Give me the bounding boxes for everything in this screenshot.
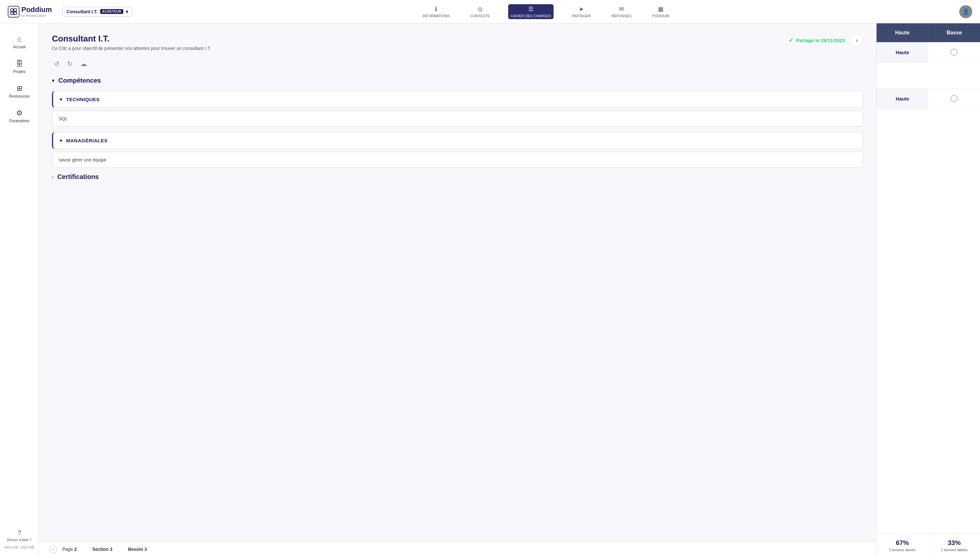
- nav-informations-label: INFORMATIONS: [423, 14, 450, 18]
- logo-icon: [8, 6, 20, 18]
- help-label: Besoin d'aide ?: [7, 538, 31, 542]
- competences-title: Compétences: [59, 77, 101, 84]
- stat-eleves-pct: 67%: [882, 539, 923, 547]
- right-col-basse: Basse: [928, 23, 980, 42]
- page-subtitle: Ce Cdc a pour objectif de présenter nos …: [52, 46, 211, 51]
- competences-chevron: ▾: [52, 78, 54, 84]
- equipe-basse-radio[interactable]: [951, 95, 958, 102]
- redo-button[interactable]: ↻: [65, 59, 75, 69]
- svg-rect-1: [14, 9, 16, 11]
- nav-informations[interactable]: ℹ INFORMATIONS: [420, 4, 453, 19]
- besoin-label: Besoin: [128, 547, 143, 552]
- sidebar-parametres-label: Paramètres: [9, 119, 29, 123]
- sidebar-accueil-label: Accueil: [13, 45, 26, 49]
- techniques-header[interactable]: ▾ TECHNIQUES: [52, 91, 863, 108]
- manageriales-chevron: ▾: [60, 137, 62, 143]
- spacer-right: [928, 63, 980, 88]
- stat-faibles: 33% 1 besoins faibles: [928, 534, 980, 557]
- sql-priority-row: Haute: [877, 42, 980, 63]
- techniques-title: TECHNIQUES: [66, 97, 99, 102]
- nav-contexte[interactable]: ◎ CONTEXTE: [468, 4, 493, 19]
- undo-button[interactable]: ↺: [52, 59, 61, 69]
- sidebar-projets-label: Projets: [13, 69, 25, 74]
- reponses-icon: ✉: [619, 5, 624, 13]
- logo-sub: by TenderCulture: [21, 14, 52, 18]
- top-nav: Poddium by TenderCulture Consultant I.T.…: [0, 0, 980, 23]
- svg-rect-3: [14, 12, 16, 15]
- contexte-icon: ◎: [478, 5, 483, 13]
- manageriales-spacer-row: [877, 63, 980, 88]
- stat-faibles-desc: 1 besoins faibles: [934, 548, 975, 552]
- page-title: Consultant I.T.: [52, 34, 211, 44]
- help-item[interactable]: ? Besoin d'aide ?: [7, 529, 31, 542]
- sidebar-ressources-label: Ressources: [9, 94, 29, 99]
- category-manageriales: ▾ MANAGÉRIALES savoir gérer une équipe: [52, 132, 863, 168]
- equipe-haute-cell: Haute: [877, 88, 928, 109]
- shared-date: Partagé le 28/11/2023: [796, 37, 845, 43]
- right-panel: Haute Basse Haute Haute: [876, 23, 980, 557]
- consultant-label: Consultant I.T.: [67, 9, 98, 14]
- avatar[interactable]: 👤: [959, 5, 972, 18]
- sidebar-bottom: ? Besoin d'aide ? 443.6 KB / 100.0 MB: [4, 529, 34, 549]
- section-label: Section: [92, 547, 109, 552]
- svg-rect-2: [11, 12, 13, 15]
- accueil-icon: ⌂: [17, 35, 21, 44]
- sidebar: ⌂ Accueil 🗄 Projets ⊞ Ressources ⚙ Param…: [0, 23, 39, 557]
- certifications-title: Certifications: [57, 173, 99, 181]
- sidebar-item-projets[interactable]: 🗄 Projets: [0, 56, 39, 78]
- layout: ⌂ Accueil 🗄 Projets ⊞ Ressources ⚙ Param…: [0, 23, 980, 557]
- equipe-item: savoir gérer une équipe: [52, 152, 863, 168]
- sidebar-item-accueil[interactable]: ⌂ Accueil: [0, 31, 39, 53]
- manageriales-title: MANAGÉRIALES: [66, 138, 107, 143]
- toolbar: ↺ ↻ ☁: [52, 59, 863, 69]
- manageriales-header[interactable]: ▾ MANAGÉRIALES: [52, 132, 863, 149]
- sidebar-item-ressources[interactable]: ⊞ Ressources: [0, 80, 39, 103]
- sql-haute-cell: Haute: [877, 42, 928, 62]
- category-techniques: ▾ TECHNIQUES SQL: [52, 91, 863, 127]
- nav-partager-label: PARTAGER: [572, 14, 591, 18]
- header-left: Consultant I.T. Ce Cdc a pour objectif d…: [52, 34, 211, 51]
- nav-contexte-label: CONTEXTE: [470, 14, 490, 18]
- nav-cahier-label: CAHIER DES CHARGES: [511, 14, 551, 18]
- logo: Poddium by TenderCulture: [8, 5, 52, 18]
- techniques-chevron: ▾: [60, 96, 62, 103]
- nav-right: 👤: [959, 5, 972, 18]
- equipe-label: savoir gérer une équipe: [59, 157, 106, 163]
- sql-label: SQL: [59, 116, 68, 121]
- projets-icon: 🗄: [16, 60, 23, 68]
- sidebar-top: ⌂ Accueil 🗄 Projets ⊞ Ressources ⚙ Param…: [0, 31, 39, 127]
- section-competences-header[interactable]: ▾ Compétences: [52, 77, 863, 84]
- storage-info: 443.6 KB / 100.0 MB: [4, 546, 34, 549]
- page-num: 2: [74, 547, 77, 552]
- nav-cahier[interactable]: ☰ CAHIER DES CHARGES: [508, 4, 554, 19]
- content-wrapper: Consultant I.T. Ce Cdc a pour objectif d…: [39, 23, 980, 557]
- nav-reponses[interactable]: ✉ RÉPONSES: [609, 4, 634, 19]
- logo-name: Poddium: [21, 5, 52, 14]
- page-header: Consultant I.T. Ce Cdc a pour objectif d…: [52, 34, 863, 51]
- certifications-header[interactable]: › Certifications: [52, 173, 863, 181]
- certifications-chevron: ›: [52, 174, 54, 180]
- consultant-badge[interactable]: Consultant I.T. ACHETEUR ▾: [62, 7, 132, 16]
- sql-item: SQL: [52, 111, 863, 127]
- poddium-icon: ▦: [658, 5, 664, 13]
- footer-bar: i Page 2 Section 3 Besoin 3: [39, 541, 980, 557]
- sidebar-item-parametres[interactable]: ⚙ Paramètres: [0, 105, 39, 127]
- page-label: Page: [62, 547, 73, 552]
- help-icon: ?: [18, 529, 21, 537]
- cahier-icon: ☰: [528, 5, 534, 13]
- sql-basse-radio[interactable]: [951, 49, 958, 56]
- bottom-stats: 67% 2 besoins élevés 33% 1 besoins faibl…: [876, 534, 980, 557]
- nav-poddium[interactable]: ▦ PODDIUM: [650, 4, 672, 19]
- right-col-haute: Haute: [877, 23, 928, 42]
- footer-info-icon[interactable]: i: [49, 545, 57, 553]
- shared-badge: ✓ Partagé le 28/11/2023: [789, 37, 845, 44]
- nav-partager[interactable]: ➤ PARTAGER: [569, 4, 593, 19]
- info-icon: ℹ: [435, 5, 437, 13]
- partager-icon: ➤: [579, 5, 584, 13]
- sql-haute-label: Haute: [896, 50, 909, 55]
- cloud-button[interactable]: ☁: [78, 59, 89, 69]
- expand-button[interactable]: ›: [850, 34, 863, 47]
- stat-eleves: 67% 2 besoins élevés: [877, 534, 928, 557]
- header-right: ✓ Partagé le 28/11/2023 ›: [789, 34, 863, 47]
- sql-basse-cell: [928, 42, 980, 62]
